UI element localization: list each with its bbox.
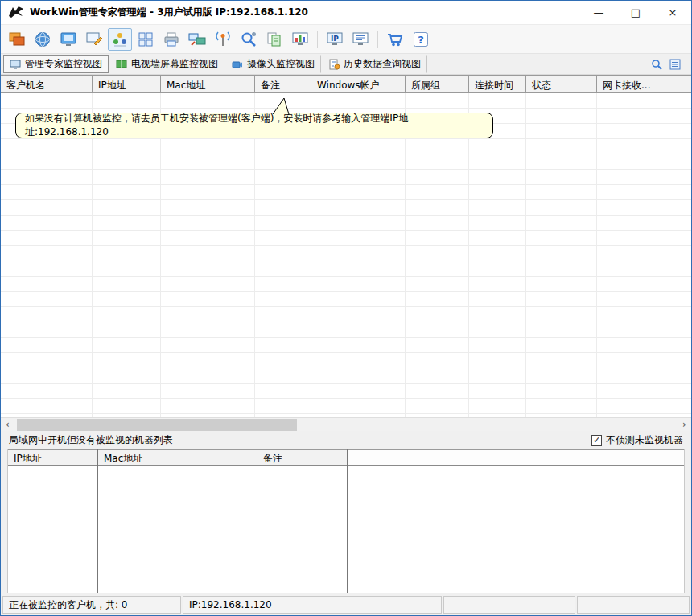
maximize-button[interactable]: □	[617, 1, 654, 24]
user-group-button[interactable]	[108, 28, 132, 51]
main-column-header[interactable]: 备注	[255, 76, 311, 92]
grid-line	[97, 449, 98, 593]
checkbox-label: 不侦测未监视机器	[606, 433, 683, 447]
grid-line	[468, 93, 469, 417]
lower-header-filler	[348, 450, 684, 465]
grid-line	[254, 93, 255, 417]
software-dispatch-button[interactable]	[383, 28, 407, 51]
grid-line	[257, 449, 257, 593]
main-column-header[interactable]: 网卡接收...	[597, 76, 691, 92]
lower-section-title: 局域网中开机但没有被监视的机器列表	[9, 433, 173, 447]
tab-history-query-view[interactable]: 历史数据查询视图	[322, 55, 427, 73]
internet-monitor-button[interactable]	[31, 28, 55, 51]
ip-manage-icon: IP	[326, 31, 344, 48]
main-column-header[interactable]: 所属组	[406, 76, 469, 92]
policy-edit-icon	[85, 31, 103, 48]
internet-monitor-icon	[34, 31, 51, 48]
scroll-right-icon[interactable]: ›	[678, 418, 691, 432]
print-icon	[163, 31, 180, 48]
history-doc-icon	[328, 59, 340, 70]
main-column-header[interactable]: 客户机名	[1, 76, 93, 92]
no-detect-checkbox[interactable]: ✓ 不侦测未监视机器	[591, 433, 683, 447]
help-balloon-text: 如果没有计算机被监控，请去员工机安装被管理端(客户端)，安装时请参考输入管理端I…	[25, 112, 484, 139]
lower-column-header[interactable]: IP地址	[8, 450, 98, 465]
horizontal-scrollbar[interactable]: ‹ ›	[1, 417, 691, 431]
grid-line	[347, 449, 348, 593]
balloon-tail	[272, 97, 293, 114]
tab-tv-wall-view[interactable]: 电视墙屏幕监控视图	[109, 55, 224, 73]
status-cell-3	[443, 596, 575, 614]
monitor-icon	[10, 59, 21, 70]
traffic-stats-button[interactable]	[288, 28, 312, 51]
status-bar: 正在被监控的客户机，共: 0 IP:192.168.1.120	[1, 594, 691, 615]
tab-label: 电视墙屏幕监控视图	[131, 57, 218, 71]
scroll-left-icon[interactable]: ‹	[1, 418, 14, 432]
ip-manage-button[interactable]: IP	[323, 28, 347, 51]
svg-text:?: ?	[418, 34, 424, 46]
main-column-header[interactable]: Mac地址	[161, 76, 255, 92]
toolbar-separator	[317, 31, 318, 48]
help-button[interactable]: ?	[409, 28, 433, 51]
help-balloon: 如果没有计算机被监控，请去员工机安装被管理端(客户端)，安装时请参考输入管理端I…	[15, 113, 493, 138]
close-button[interactable]: ×	[654, 1, 691, 24]
tv-wall-icon	[116, 59, 127, 70]
camera-icon	[232, 59, 243, 70]
toolbar: IP ?	[1, 25, 691, 54]
scrollbar-thumb[interactable]	[17, 419, 297, 431]
tab-label: 历史数据查询视图	[344, 57, 421, 71]
computer-manage-icon	[8, 31, 26, 48]
screen-monitor-icon	[60, 31, 77, 48]
app-logo-icon	[8, 5, 24, 21]
traffic-stats-icon	[291, 31, 309, 48]
computer-manage-button[interactable]	[5, 28, 29, 51]
tab-label: 摄像头监控视图	[247, 57, 315, 71]
tab-bar-tools	[651, 59, 689, 70]
user-group-icon	[111, 31, 129, 48]
log-list-icon	[352, 31, 369, 48]
tab-label: 管理专家监控视图	[25, 57, 102, 71]
view-tab-bar: 管理专家监控视图 电视墙屏幕监控视图 摄像头监控视图 历史数据查询视图	[1, 54, 691, 75]
unmonitored-table-header: IP地址Mac地址备注	[8, 449, 684, 466]
remote-control-button[interactable]	[185, 28, 209, 51]
details-list-icon[interactable]	[669, 59, 681, 70]
grid-line	[92, 93, 93, 417]
search-policy-icon	[240, 31, 257, 48]
software-dispatch-icon	[386, 31, 404, 48]
search-policy-button[interactable]	[237, 28, 261, 51]
title-bar: WorkWin管理专家管理端 - 3用户试用版 IP:192.168.1.120…	[1, 1, 691, 25]
log-list-button[interactable]	[348, 28, 373, 51]
main-column-header[interactable]: 状态	[526, 76, 597, 92]
grid-line	[160, 93, 161, 417]
main-table-body: 如果没有计算机被监控，请去员工机安装被管理端(客户端)，安装时请参考输入管理端I…	[1, 93, 691, 417]
lower-column-header[interactable]: Mac地址	[98, 450, 257, 465]
grid-line	[596, 93, 597, 417]
file-transfer-icon	[266, 31, 283, 48]
app-grid-button[interactable]	[134, 28, 158, 51]
tab-expert-monitor-view[interactable]: 管理专家监控视图	[3, 55, 109, 73]
minimize-button[interactable]: —	[580, 1, 617, 24]
unmonitored-table-body	[8, 466, 684, 593]
window-title: WorkWin管理专家管理端 - 3用户试用版 IP:192.168.1.120	[30, 6, 308, 19]
main-column-header[interactable]: Windows帐户	[311, 76, 406, 92]
main-column-header[interactable]: 连接时间	[469, 76, 526, 92]
lower-column-header[interactable]: 备注	[257, 450, 348, 465]
remote-control-icon	[188, 31, 206, 48]
main-table-header: 客户机名IP地址Mac地址备注Windows帐户所属组连接时间状态网卡接收...	[1, 75, 691, 93]
screen-monitor-button[interactable]	[56, 28, 80, 51]
app-grid-icon	[137, 31, 154, 48]
print-button[interactable]	[159, 28, 183, 51]
search-icon[interactable]	[651, 59, 662, 70]
app-window: WorkWin管理专家管理端 - 3用户试用版 IP:192.168.1.120…	[0, 0, 692, 616]
checkbox-check-icon[interactable]: ✓	[591, 435, 602, 446]
main-column-header[interactable]: IP地址	[93, 76, 161, 92]
grid-line	[311, 93, 311, 417]
file-transfer-button[interactable]	[262, 28, 286, 51]
policy-edit-button[interactable]	[82, 28, 106, 51]
status-cell-4	[577, 596, 690, 614]
broadcast-button[interactable]	[211, 28, 235, 51]
lower-section-header: 局域网中开机但没有被监视的机器列表 ✓ 不侦测未监视机器	[1, 431, 691, 449]
window-controls: — □ ×	[580, 1, 691, 24]
grid-line	[405, 93, 406, 417]
tab-camera-view[interactable]: 摄像头监控视图	[225, 55, 321, 73]
grid-line	[525, 93, 526, 417]
